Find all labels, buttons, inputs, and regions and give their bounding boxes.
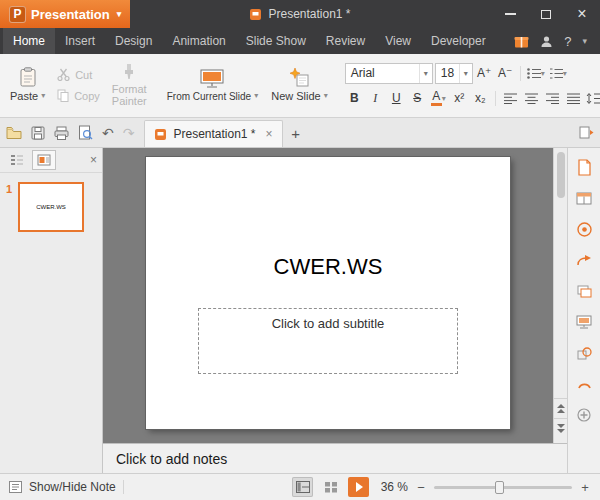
vertical-scrollbar[interactable]: [553, 148, 567, 443]
show-hide-note-button[interactable]: Show/Hide Note: [29, 480, 116, 494]
new-tab-button[interactable]: +: [283, 120, 309, 147]
shrink-font-button[interactable]: A⁻: [496, 64, 515, 83]
font-size-combobox[interactable]: 18 ▾: [435, 63, 473, 84]
subtitle-placeholder[interactable]: Click to add subtitle: [198, 308, 458, 374]
align-right-button[interactable]: [543, 89, 562, 108]
save-icon[interactable]: [31, 126, 45, 140]
statusbar-separator: [123, 480, 124, 494]
share-icon[interactable]: [573, 250, 595, 270]
format-painter-button[interactable]: Format Painter: [106, 57, 153, 113]
print-icon[interactable]: [54, 126, 69, 140]
normal-view-button[interactable]: [292, 477, 313, 497]
justify-button[interactable]: [564, 89, 583, 108]
slide-sorter-view-button[interactable]: [320, 477, 341, 497]
from-current-slide-button[interactable]: From Current Slide▾: [161, 57, 264, 113]
underline-button[interactable]: U: [387, 89, 406, 108]
previous-slide-button[interactable]: [554, 398, 567, 418]
bullet-list-button[interactable]: ▾: [526, 64, 546, 83]
subscript-button[interactable]: x₂: [471, 89, 490, 108]
duplicate-slide-icon[interactable]: [573, 281, 595, 301]
help-button[interactable]: ?: [564, 34, 571, 49]
numbered-list-button[interactable]: ▾: [548, 64, 568, 83]
tab-insert[interactable]: Insert: [55, 28, 105, 54]
slide-thumbnail[interactable]: CWER.WS: [18, 182, 84, 232]
line-spacing-button[interactable]: [585, 89, 600, 108]
zoom-value[interactable]: 36 %: [376, 480, 408, 494]
selection-pane-icon[interactable]: [573, 374, 595, 394]
font-size-value: 18: [441, 66, 454, 80]
redo-button[interactable]: ↷: [123, 125, 135, 141]
add-pane-icon[interactable]: [573, 405, 595, 425]
chevron-down-icon: [557, 429, 565, 433]
strikethrough-button[interactable]: S: [408, 89, 427, 108]
open-folder-icon[interactable]: [6, 126, 22, 139]
font-name-value: Arial: [351, 66, 375, 80]
minimize-button[interactable]: [492, 0, 528, 28]
chevron-down-icon[interactable]: ▾: [459, 64, 472, 83]
zoom-slider-thumb[interactable]: [495, 481, 504, 494]
tab-review[interactable]: Review: [316, 28, 375, 54]
new-document-icon[interactable]: [573, 157, 595, 177]
paste-button[interactable]: Paste▾: [4, 57, 51, 113]
slides-panel-header: ×: [0, 148, 102, 173]
bold-button[interactable]: B: [345, 89, 364, 108]
statusbar: Show/Hide Note 36 % − +: [0, 473, 600, 500]
grow-font-button[interactable]: A⁺: [475, 64, 494, 83]
user-account-icon[interactable]: [540, 35, 553, 48]
print-preview-icon[interactable]: [78, 125, 93, 140]
close-tab-icon[interactable]: ×: [266, 127, 273, 141]
font-color-button[interactable]: A ▾: [429, 89, 448, 108]
slide-navigation: [554, 398, 567, 443]
align-center-button[interactable]: [522, 89, 541, 108]
zoom-slider[interactable]: [434, 486, 572, 489]
slide-layout-icon[interactable]: [573, 188, 595, 208]
close-button[interactable]: ×: [564, 0, 600, 28]
tab-view[interactable]: View: [375, 28, 421, 54]
maximize-button[interactable]: [528, 0, 564, 28]
tab-animation[interactable]: Animation: [162, 28, 235, 54]
tab-slide-show[interactable]: Slide Show: [236, 28, 316, 54]
superscript-button[interactable]: x²: [450, 89, 469, 108]
zoom-in-button[interactable]: +: [579, 480, 591, 495]
shapes-icon[interactable]: [573, 343, 595, 363]
new-slide-icon: [289, 68, 309, 87]
chevron-down-icon: ▾: [254, 92, 258, 101]
play-from-current-slide-icon: [200, 69, 224, 88]
close-panel-button[interactable]: ×: [90, 153, 97, 167]
collapse-ribbon-icon[interactable]: ▾: [582, 36, 587, 46]
ribbon-tab-bar: Home Insert Design Animation Slide Show …: [0, 28, 600, 54]
new-slide-button[interactable]: New Slide▾: [265, 57, 334, 113]
tab-developer[interactable]: Developer: [421, 28, 496, 54]
document-tab-bar: ↶ ↷ Presentation1 * × +: [0, 118, 600, 148]
tab-bar-menu-button[interactable]: [579, 126, 594, 139]
zoom-out-button[interactable]: −: [415, 480, 427, 495]
projector-icon[interactable]: [573, 312, 595, 332]
slide-canvas-row: CWER.WS Click to add subtitle: [103, 148, 567, 443]
cut-button[interactable]: Cut: [57, 68, 100, 81]
thumbnail-view-button[interactable]: [32, 150, 56, 170]
font-name-combobox[interactable]: Arial ▾: [345, 63, 433, 84]
notes-pane[interactable]: Click to add notes: [103, 443, 567, 473]
document-tab-active[interactable]: Presentation1 * ×: [144, 120, 282, 147]
new-slide-label: New Slide: [271, 90, 321, 102]
outline-view-button[interactable]: [5, 150, 29, 170]
tab-design[interactable]: Design: [105, 28, 162, 54]
tab-home[interactable]: Home: [3, 28, 55, 54]
minimize-icon: [505, 13, 516, 15]
presentation-app-window: P Presentation ▾ Presentation1 * × Home …: [0, 0, 600, 500]
slideshow-button[interactable]: [348, 477, 369, 497]
chevron-down-icon[interactable]: ▾: [419, 64, 432, 83]
gift-icon[interactable]: [514, 34, 529, 48]
copy-button[interactable]: Copy: [57, 89, 100, 102]
align-left-button[interactable]: [501, 89, 520, 108]
scrollbar-thumb[interactable]: [557, 152, 565, 198]
slide-title-text[interactable]: CWER.WS: [146, 254, 510, 280]
next-slide-button[interactable]: [554, 418, 567, 438]
undo-button[interactable]: ↶: [102, 125, 114, 141]
app-menu-button[interactable]: P Presentation ▾: [0, 0, 130, 28]
resources-icon[interactable]: [573, 219, 595, 239]
italic-button[interactable]: I: [366, 89, 385, 108]
slide[interactable]: CWER.WS Click to add subtitle: [146, 157, 510, 429]
slide-thumbnail-item[interactable]: 1 CWER.WS: [0, 173, 102, 241]
slide-canvas[interactable]: CWER.WS Click to add subtitle: [103, 148, 553, 443]
